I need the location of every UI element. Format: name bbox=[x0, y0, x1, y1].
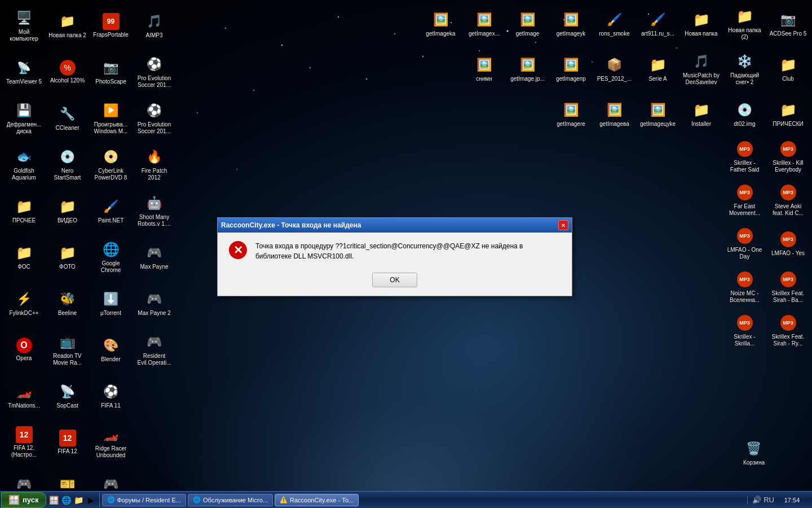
icon-gameranger[interactable]: 🎮 GameRanger bbox=[3, 466, 45, 491]
ql-windows-icon[interactable]: 🪟 bbox=[48, 494, 60, 506]
icon-pes2012-zip[interactable]: 📦 PES_2012_... bbox=[593, 48, 636, 90]
icon-photoscope[interactable]: 📷 PhotoScape bbox=[90, 49, 132, 94]
icon-fifa11[interactable]: ⚽ FIFA 11 bbox=[90, 373, 132, 418]
icon-utorrent[interactable]: ⬇️ μTorrent bbox=[90, 281, 132, 326]
icon-getimageuke[interactable]: 🖼️ getImageцyke bbox=[637, 93, 679, 135]
icon-defrag[interactable]: 💾 Дефрагмен... диска bbox=[3, 95, 45, 141]
desktop-icons-right-lower: 🖼️ getImagere 🖼️ getImageва 🖼️ getImageц… bbox=[550, 93, 809, 135]
icon-mp3-skrillex1[interactable]: MP3 Skrillex - Father Said bbox=[723, 135, 766, 178]
icon-fifa12-setup[interactable]: 12 FIFA 12.(Настро... bbox=[3, 419, 45, 465]
icon-getimagere[interactable]: 🖼️ getImagere bbox=[550, 93, 592, 135]
icon-alcohol[interactable]: % Alcohol 120% bbox=[46, 49, 89, 94]
icon-getimagepr[interactable]: 🖼️ getImageпр bbox=[550, 48, 592, 90]
icon-mp3-noizemc[interactable]: MP3 Noize MC - Вселенна... bbox=[723, 266, 766, 308]
icon-mp3-skrillex2[interactable]: MP3 Skrillex - Kill Everybody bbox=[767, 135, 809, 178]
icon-ccleaner[interactable]: 🔧 CCleaner bbox=[46, 95, 89, 141]
icon-acdsee[interactable]: 📷 ACDSee Pro 5 bbox=[767, 3, 809, 45]
icon-new-folder-2[interactable]: 📁 Новая папка 2 bbox=[46, 3, 89, 48]
ql-ie-icon[interactable]: 🌐 bbox=[61, 494, 72, 506]
tray-network-icon[interactable]: 🔊 bbox=[752, 496, 761, 504]
taskbar-task-dialog[interactable]: ⚠️ RaccoonCity.exe - То... bbox=[275, 494, 359, 506]
icon-readon[interactable]: 📺 Readon TV Movie Ra... bbox=[46, 327, 89, 372]
icon-mp3-lmfao2[interactable]: MP3 LMFAO - Yes bbox=[767, 222, 809, 265]
icon-seriea[interactable]: 📁 Serie A bbox=[637, 48, 679, 90]
ql-media-icon[interactable]: ▶ bbox=[86, 494, 97, 506]
icon-fos[interactable]: 📁 ФОС bbox=[3, 234, 45, 279]
ql-folder-icon[interactable]: 📁 bbox=[73, 494, 85, 506]
icon-shootrobots[interactable]: 🤖 Shoot Many Robots.v 1.... bbox=[133, 188, 175, 233]
icon-novpapka2[interactable]: 📁 Новая папка (2) bbox=[723, 3, 766, 45]
icon-musicpatch[interactable]: 🎵 MusicPatch by DenSaveliev bbox=[680, 48, 722, 90]
dialog-titlebar: RaccoonCity.exe - Точка входа не найдена… bbox=[218, 218, 572, 233]
icon-mp3-skrillexsirah2[interactable]: MP3 Skrillex Feat. Sirah - Ry... bbox=[767, 309, 809, 352]
icon-ticketpatch[interactable]: 🎫 Ticket Patch bbox=[46, 466, 89, 491]
svg-point-3 bbox=[394, 33, 395, 34]
icon-club[interactable]: 📁 Club bbox=[767, 48, 809, 90]
icon-pes2012-2[interactable]: ⚽ Pro Evolution Soccer 201... bbox=[133, 95, 175, 141]
icon-getimagex[interactable]: 🖼️ getImagex... bbox=[463, 3, 505, 45]
icon-getimagejp[interactable]: 🖼️ getImage.jp... bbox=[506, 48, 549, 90]
icon-my-computer[interactable]: 🖥️ Мой компьютер bbox=[3, 3, 45, 48]
icon-resident[interactable]: 🎮 Resident Evil.Operati... bbox=[133, 327, 175, 372]
icon-pricheski[interactable]: 📁 ПРИЧЕСКИ bbox=[767, 93, 809, 135]
icon-getimageka[interactable]: 🖼️ getImageka bbox=[420, 3, 462, 45]
icon-firepatch[interactable]: 🔥 Fire Patch 2012 bbox=[133, 142, 175, 187]
taskbar-tray: 🔊 RU 17:54 bbox=[747, 496, 812, 504]
icon-installer[interactable]: 📁 Installer bbox=[680, 93, 722, 135]
icon-chrome[interactable]: 🌐 Google Chrome bbox=[90, 234, 132, 279]
icon-mp3-lmfao1[interactable]: MP3 LMFAO - One Day bbox=[723, 222, 766, 265]
icon-video[interactable]: 📁 ВИДЕО bbox=[46, 188, 89, 233]
icon-art911[interactable]: 🖌️ art911.ru_s... bbox=[637, 3, 679, 45]
icon-dt02[interactable]: 💿 dt02.img bbox=[723, 93, 766, 135]
icon-cyberlink[interactable]: 📀 CyberLink PowerDVD 8 bbox=[90, 142, 132, 187]
taskbar-quicklaunch: 🪟 🌐 📁 ▶ bbox=[46, 493, 100, 507]
icon-teamviewer[interactable]: 📡 TeamViewer 5 bbox=[3, 49, 45, 94]
icon-fifa12[interactable]: 12 FIFA 12 bbox=[46, 419, 89, 465]
icon-snow[interactable]: ❄️ Падающий снег• 2 bbox=[723, 48, 766, 90]
icon-tmnations[interactable]: 🏎️ TmNations... bbox=[3, 373, 45, 418]
icon-recycle-bin[interactable]: 🗑️ Корзина bbox=[741, 437, 767, 468]
icon-prochee[interactable]: 📁 ПРОЧЕЕ bbox=[3, 188, 45, 233]
taskbar-clock: 17:54 bbox=[776, 497, 807, 503]
icon-getimageyk[interactable]: 🖼️ getImageyk bbox=[550, 3, 592, 45]
svg-point-4 bbox=[422, 56, 424, 58]
icon-pes2012-1[interactable]: ⚽ Pro Evolution Soccer 201... bbox=[133, 49, 175, 94]
icon-getimageva[interactable]: 🖼️ getImageва bbox=[593, 93, 636, 135]
icon-ridgeracer[interactable]: 🏎️ Ridge Racer Unbounded bbox=[90, 419, 132, 465]
icon-maxpayne2[interactable]: 🎮 Max Payne 2 bbox=[133, 281, 175, 326]
svg-point-0 bbox=[225, 28, 226, 29]
icon-fraps[interactable]: 99 FrapsPortable bbox=[90, 3, 132, 48]
dialog-container: RaccoonCity.exe - Точка входа не найдена… bbox=[217, 217, 572, 296]
icon-mp3-steveaoki[interactable]: MP3 Steve Aoki feat. Kid C... bbox=[767, 179, 809, 221]
dialog-close-button[interactable]: × bbox=[558, 220, 568, 230]
icon-blender[interactable]: 🎨 Blender bbox=[90, 327, 132, 372]
icon-mp3-fareast[interactable]: MP3 Far East Movement... bbox=[723, 179, 766, 221]
icon-beeline[interactable]: 🐝 Beeline bbox=[46, 281, 89, 326]
svg-point-17 bbox=[197, 112, 198, 113]
icon-snimn[interactable]: 🖼️ снимн bbox=[463, 48, 505, 90]
icon-mp3-skrillexsirah[interactable]: MP3 Skrillex Feat. Sirah - Ba... bbox=[767, 266, 809, 308]
icon-mp3-skrillex3[interactable]: MP3 Skrillex - Skrilla... bbox=[723, 309, 766, 352]
taskbar-task-forum[interactable]: 🌐 Форумы / Resident E... bbox=[102, 494, 186, 506]
taskbar: 🪟 пуск 🪟 🌐 📁 ▶ 🌐 Форумы / Resident E... … bbox=[0, 491, 812, 508]
icon-getimage[interactable]: 🖼️ getImage bbox=[506, 3, 549, 45]
taskbar-task-service[interactable]: 🌐 Обслуживание Micro... bbox=[188, 494, 273, 506]
icon-aimp3[interactable]: 🎵 AIMP3 bbox=[133, 3, 175, 48]
icon-ronssmoke[interactable]: 🖌️ rons_smoke bbox=[593, 3, 636, 45]
dialog-window: RaccoonCity.exe - Точка входа не найдена… bbox=[217, 217, 572, 296]
icon-goldfish[interactable]: 🐟 Goldfish Aquarium bbox=[3, 142, 45, 187]
icon-paintnet[interactable]: 🖌️ Paint.NET bbox=[90, 188, 132, 233]
icon-nero[interactable]: 💿 Nero StartSmart bbox=[46, 142, 89, 187]
icon-maxpayne[interactable]: 🎮 Max Payne bbox=[133, 234, 175, 279]
tray-language[interactable]: RU bbox=[764, 496, 774, 504]
dialog-title: RaccoonCity.exe - Точка входа не найдена bbox=[221, 221, 558, 229]
icon-foto[interactable]: 📁 ФОТО bbox=[46, 234, 89, 279]
icon-flylink[interactable]: ⚡ FylinkDC++ bbox=[3, 281, 45, 326]
icon-opera[interactable]: O Opera bbox=[3, 327, 45, 372]
dialog-ok-button[interactable]: OK bbox=[372, 273, 417, 287]
icon-sopcast[interactable]: 📡 SopCast bbox=[46, 373, 89, 418]
icon-novpapka[interactable]: 📁 Новая папка bbox=[680, 3, 722, 45]
icon-wmplayer[interactable]: ▶️ Проигрыва... Windows M... bbox=[90, 95, 132, 141]
icon-worldoftanks[interactable]: 🎮 World of Tanks bbox=[90, 466, 132, 491]
start-button[interactable]: 🪟 пуск bbox=[1, 492, 46, 508]
